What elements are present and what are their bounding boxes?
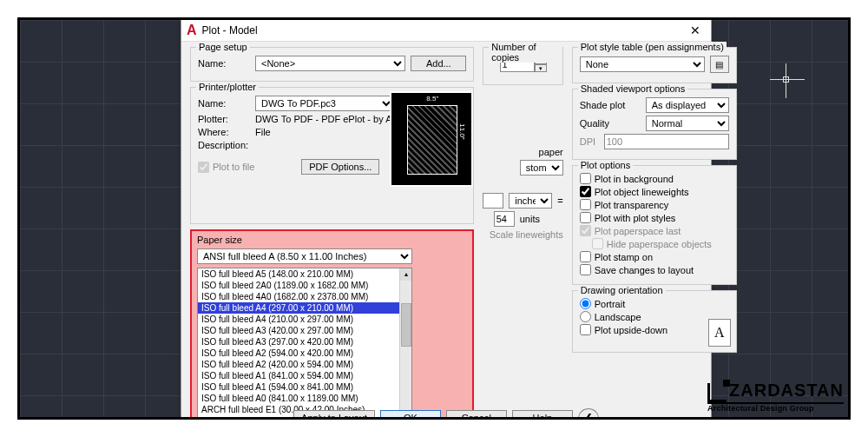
hide-paperspace-checkbox xyxy=(592,238,603,249)
paper-size-group: Paper size ANSI full bleed A (8.50 x 11.… xyxy=(190,229,474,420)
shaded-viewport-group: Shaded viewport options Shade plotAs dis… xyxy=(572,89,737,160)
plot-transparency-checkbox[interactable] xyxy=(580,199,591,210)
paper-size-dropdown[interactable]: ▴ ▾ ISO full bleed A5 (148.00 x 210.00 M… xyxy=(197,268,412,420)
paper-option[interactable]: ISO full bleed A1 (841.00 x 594.00 MM) xyxy=(198,370,411,381)
plotter-label: Plotter: xyxy=(198,114,250,124)
plot-background-checkbox[interactable] xyxy=(580,173,591,184)
units-label: units xyxy=(520,214,563,224)
scroll-up-arrow[interactable]: ▴ xyxy=(400,268,412,281)
save-changes-label: Save changes to layout xyxy=(595,265,694,275)
printer-name-label: Name: xyxy=(198,98,250,109)
paper-option[interactable]: ISO full bleed A3 (297.00 x 420.00 MM) xyxy=(198,336,411,348)
plot-style-select[interactable]: None xyxy=(580,56,705,72)
copies-down[interactable]: ▾ xyxy=(535,64,547,72)
paper-option[interactable]: ISO full bleed A4 (297.00 x 210.00 MM) xyxy=(198,302,411,314)
scroll-thumb[interactable] xyxy=(401,303,411,347)
paper-preview: 8.5" 11.0" xyxy=(390,91,473,187)
plot-background-label: Plot in background xyxy=(595,174,674,184)
page-setup-group: Page setup Name: <None> Add... xyxy=(190,47,474,82)
plot-stamp-checkbox[interactable] xyxy=(580,251,591,262)
units-select[interactable]: inches xyxy=(509,193,552,209)
paperspace-last-checkbox xyxy=(580,225,591,236)
paper-size-legend: Paper size xyxy=(197,235,467,245)
brand-name: ZARDASTAN xyxy=(729,381,844,400)
paper-option[interactable]: ISO full bleed A3 (420.00 x 297.00 MM) xyxy=(198,325,411,336)
brand-subtitle: Architectural Design Group xyxy=(707,402,844,413)
orientation-group: Drawing orientation Portrait Landscape P… xyxy=(572,290,737,353)
shade-plot-select[interactable]: As displayed xyxy=(646,97,729,113)
crosshair-cursor xyxy=(770,63,805,98)
printer-legend: Printer/plotter xyxy=(196,82,259,92)
units-input[interactable] xyxy=(494,211,515,227)
page-setup-legend: Page setup xyxy=(196,42,250,52)
dropdown-scrollbar[interactable]: ▴ ▾ xyxy=(399,268,411,420)
where-label: Where: xyxy=(198,127,250,137)
save-changes-checkbox[interactable] xyxy=(580,264,591,275)
autocad-icon: A xyxy=(187,23,197,38)
paper-option[interactable]: ISO full bleed A2 (594.00 x 420.00 MM) xyxy=(198,348,411,359)
plot-style-group: Plot style table (pen assignments) None … xyxy=(572,47,737,83)
quality-label: Quality xyxy=(580,118,641,129)
shade-plot-label: Shade plot xyxy=(580,100,641,110)
quality-select[interactable]: Normal xyxy=(646,116,729,131)
plot-to-file-checkbox xyxy=(198,162,209,173)
upside-down-checkbox[interactable] xyxy=(580,324,591,335)
portrait-label: Portrait xyxy=(595,299,625,309)
printer-group: Printer/plotter Name: DWG To PDF.pc3 Pro… xyxy=(190,87,474,224)
plot-style-legend: Plot style table (pen assignments) xyxy=(578,42,727,52)
portrait-radio[interactable] xyxy=(580,298,591,309)
expand-button[interactable]: ❮ xyxy=(578,408,599,420)
paper-option[interactable]: ISO full bleed A2 (420.00 x 594.00 MM) xyxy=(198,359,411,370)
add-button[interactable]: Add... xyxy=(411,56,466,71)
scale-num-input[interactable] xyxy=(483,193,503,209)
preview-height: 11.0" xyxy=(458,123,466,139)
plot-options-group: Plot options Plot in background Plot obj… xyxy=(572,165,737,285)
help-button[interactable]: Help xyxy=(512,410,573,420)
plot-style-edit-icon[interactable]: ▤ xyxy=(710,56,729,73)
equals-label: = xyxy=(557,195,562,206)
preview-width: 8.5" xyxy=(407,95,457,103)
dpi-input xyxy=(604,134,729,149)
paper-option[interactable]: ISO full bleed A5 (148.00 x 210.00 MM) xyxy=(198,268,411,280)
paper-option[interactable]: ISO full bleed 2A0 (1189.00 x 1682.00 MM… xyxy=(198,280,411,291)
plot-options-legend: Plot options xyxy=(578,160,633,170)
titlebar: A Plot - Model ✕ xyxy=(181,19,711,42)
orientation-preview-icon: A xyxy=(708,319,731,347)
page-setup-name-select[interactable]: <None> xyxy=(255,56,405,71)
close-button[interactable]: ✕ xyxy=(685,23,706,37)
cancel-button[interactable]: Cancel xyxy=(446,410,507,420)
description-label: Description: xyxy=(198,140,250,150)
name-label: Name: xyxy=(198,58,250,69)
plot-to-file-label: Plot to file xyxy=(213,162,254,172)
orientation-legend: Drawing orientation xyxy=(578,285,666,295)
paperspace-last-label: Plot paperspace last xyxy=(595,226,681,236)
brand-logo: ZARDASTAN Architectural Design Group xyxy=(707,381,844,413)
landscape-radio[interactable] xyxy=(580,311,591,322)
paper-option[interactable]: ISO full bleed A0 (841.00 x 1189.00 MM) xyxy=(198,393,411,404)
paper-size-select[interactable]: ANSI full bleed A (8.50 x 11.00 Inches) xyxy=(197,248,412,264)
plot-transparency-label: Plot transparency xyxy=(595,200,669,210)
hide-paperspace-label: Hide paperspace objects xyxy=(607,239,712,249)
paper-option[interactable]: ISO full bleed 4A0 (1682.00 x 2378.00 MM… xyxy=(198,291,411,302)
plot-lineweights-label: Plot object lineweights xyxy=(595,187,689,197)
plot-lineweights-checkbox[interactable] xyxy=(580,186,591,197)
plot-styles-label: Plot with plot styles xyxy=(595,213,676,223)
plot-styles-checkbox[interactable] xyxy=(580,212,591,223)
plot-dialog: A Plot - Model ✕ Page setup Name: <None>… xyxy=(181,18,712,420)
plot-stamp-label: Plot stamp on xyxy=(595,252,653,262)
upside-down-label: Plot upside-down xyxy=(595,325,667,335)
paper-partial-label: paper xyxy=(539,147,563,157)
pdf-options-button[interactable]: PDF Options... xyxy=(301,159,379,175)
landscape-label: Landscape xyxy=(595,312,641,322)
scale-select[interactable]: stom xyxy=(520,160,563,175)
paper-option[interactable]: ISO full bleed A1 (594.00 x 841.00 MM) xyxy=(198,381,411,393)
printer-name-select[interactable]: DWG To PDF.pc3 xyxy=(255,96,394,111)
apply-to-layout-button[interactable]: Apply to Layout xyxy=(293,410,375,420)
shaded-legend: Shaded viewport options xyxy=(578,83,687,94)
ok-button[interactable]: OK xyxy=(380,410,441,420)
dialog-title: Plot - Model xyxy=(202,24,685,36)
copies-legend: Number of copies xyxy=(489,42,562,63)
scale-lineweights-label: Scale lineweights xyxy=(490,229,563,240)
paper-option[interactable]: ISO full bleed A4 (210.00 x 297.00 MM) xyxy=(198,314,411,325)
where-value: File xyxy=(255,127,271,137)
